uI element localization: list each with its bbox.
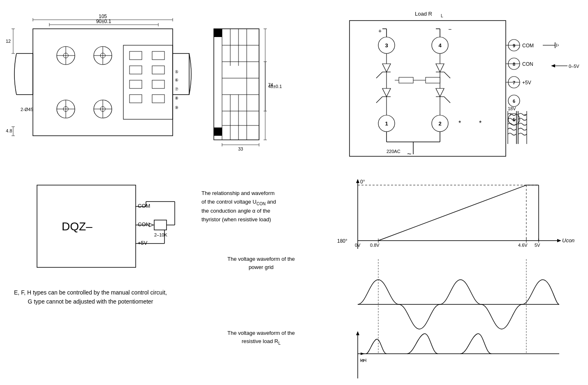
svg-text:−: − bbox=[448, 26, 451, 32]
svg-text:180°: 180° bbox=[337, 238, 347, 244]
svg-marker-106 bbox=[436, 88, 444, 97]
svg-text:3: 3 bbox=[385, 42, 388, 49]
svg-rect-30 bbox=[130, 80, 142, 88]
svg-marker-197 bbox=[361, 353, 365, 355]
svg-rect-28 bbox=[130, 66, 142, 74]
desc-line3: the conduction angle α of the bbox=[201, 208, 270, 214]
svg-marker-172 bbox=[356, 179, 359, 183]
waveform2-label: The voltage waveform of the resistive lo… bbox=[201, 329, 321, 346]
svg-text:*: * bbox=[510, 114, 512, 118]
svg-text:0–5V: 0–5V bbox=[569, 64, 579, 69]
waveform-area: 0° 180° 0V 0.8V 4.6V 5V Ucon bbox=[325, 177, 576, 378]
svg-rect-114 bbox=[426, 77, 440, 83]
svg-text:Ucon: Ucon bbox=[562, 237, 574, 244]
svg-rect-32 bbox=[130, 95, 142, 103]
desc-line1: The relationship and waveform bbox=[201, 190, 275, 196]
svg-text:⑦: ⑦ bbox=[175, 87, 178, 91]
svg-text:220AC: 220AC bbox=[387, 149, 400, 154]
svg-text:18V: 18V bbox=[508, 106, 516, 111]
svg-rect-50 bbox=[214, 128, 222, 136]
svg-text:12: 12 bbox=[6, 39, 11, 44]
svg-marker-91 bbox=[382, 64, 391, 72]
svg-text:4.6V: 4.6V bbox=[518, 243, 528, 248]
svg-text:COM: COM bbox=[138, 203, 150, 209]
circuit-diagram: Load R L + − 3 4 1 2 bbox=[345, 8, 576, 165]
svg-rect-26 bbox=[130, 51, 142, 60]
svg-rect-75 bbox=[350, 21, 506, 156]
svg-text:2: 2 bbox=[438, 121, 441, 127]
svg-text:+5V: +5V bbox=[522, 80, 531, 86]
desc-ucon-sub: CON bbox=[257, 201, 266, 206]
svg-text:5V: 5V bbox=[535, 243, 540, 248]
svg-text:1: 1 bbox=[385, 121, 388, 127]
svg-text:4.8: 4.8 bbox=[6, 128, 12, 133]
mechanical-drawing: 105 90±0.1 bbox=[12, 12, 193, 152]
svg-text:*: * bbox=[458, 120, 461, 127]
svg-line-109 bbox=[444, 97, 450, 103]
svg-text:*: * bbox=[479, 120, 482, 127]
svg-text:4: 4 bbox=[438, 42, 442, 49]
page: 105 90±0.1 bbox=[0, 0, 588, 385]
svg-text:CON: CON bbox=[138, 221, 150, 227]
svg-marker-101 bbox=[382, 88, 391, 97]
svg-text:+: + bbox=[378, 28, 382, 34]
svg-text:⑤: ⑤ bbox=[175, 70, 178, 74]
svg-text:90±0.1: 90±0.1 bbox=[96, 19, 111, 24]
svg-text:74: 74 bbox=[268, 82, 273, 87]
svg-marker-174 bbox=[557, 239, 561, 242]
svg-rect-31 bbox=[152, 80, 164, 88]
waveform1-label: The voltage waveform of the power grid bbox=[201, 255, 321, 271]
block-diagram: DQZ– COM CON +5V 2–10K bbox=[33, 181, 177, 271]
svg-text:⑨: ⑨ bbox=[175, 105, 178, 110]
desc-line2: of the control voltage U bbox=[201, 199, 257, 205]
svg-text:8: 8 bbox=[513, 62, 515, 67]
svg-text:Load R: Load R bbox=[415, 11, 432, 17]
svg-text:0°: 0° bbox=[360, 179, 365, 185]
svg-rect-25 bbox=[123, 45, 173, 119]
svg-line-104 bbox=[376, 97, 382, 103]
svg-text:2–10K: 2–10K bbox=[154, 232, 167, 237]
side-view-drawing: 48±0.1 74 33 bbox=[201, 25, 271, 148]
svg-text:9: 9 bbox=[513, 43, 515, 48]
svg-rect-27 bbox=[152, 51, 164, 60]
svg-text:0V: 0V bbox=[355, 243, 361, 248]
svg-text:L: L bbox=[441, 14, 443, 18]
svg-text:DQZ–: DQZ– bbox=[62, 220, 93, 233]
bottom-text-content: E, F, H types can be controlled by the m… bbox=[12, 288, 169, 306]
svg-text:2-Ø45: 2-Ø45 bbox=[21, 107, 33, 112]
svg-marker-141 bbox=[551, 64, 555, 67]
svg-line-94 bbox=[376, 72, 382, 78]
svg-rect-8 bbox=[33, 29, 173, 136]
svg-marker-161 bbox=[149, 223, 153, 227]
svg-text:*: * bbox=[524, 114, 526, 118]
svg-text:0.8V: 0.8V bbox=[370, 243, 380, 248]
svg-rect-29 bbox=[152, 66, 164, 74]
svg-line-99 bbox=[444, 72, 450, 78]
svg-line-179 bbox=[378, 185, 526, 241]
description-text: The relationship and waveform of the con… bbox=[201, 189, 321, 224]
desc-line4: thyristor (when resistive load) bbox=[201, 216, 271, 223]
svg-text:CON: CON bbox=[522, 61, 533, 67]
bottom-description: E, F, H types can be controlled by the m… bbox=[12, 288, 169, 306]
svg-marker-195 bbox=[356, 331, 359, 335]
svg-text:5: 5 bbox=[513, 117, 515, 122]
svg-text:⑧: ⑧ bbox=[175, 96, 178, 100]
svg-rect-33 bbox=[152, 95, 164, 103]
svg-rect-49 bbox=[214, 29, 222, 37]
svg-text:⑥: ⑥ bbox=[175, 78, 178, 82]
svg-text:33: 33 bbox=[238, 146, 243, 151]
svg-text:~: ~ bbox=[407, 150, 412, 158]
svg-rect-113 bbox=[399, 77, 413, 83]
svg-text:+5V: +5V bbox=[138, 240, 148, 246]
svg-marker-96 bbox=[436, 64, 444, 72]
svg-rect-162 bbox=[154, 220, 167, 230]
svg-text:6: 6 bbox=[513, 99, 515, 104]
svg-text:COM: COM bbox=[522, 43, 534, 49]
svg-text:7: 7 bbox=[513, 80, 515, 85]
